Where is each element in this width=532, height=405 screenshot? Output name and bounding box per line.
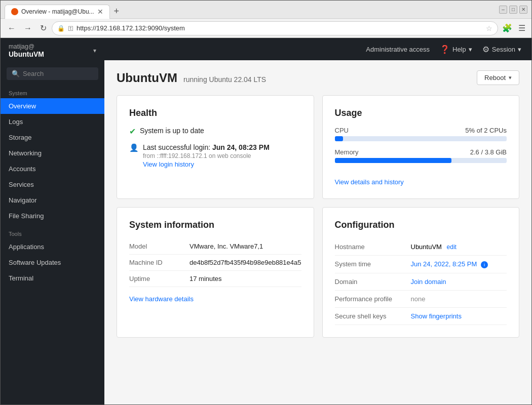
health-login-sub: from ::ffff:192.168.172.1 on web console: [143, 152, 270, 159]
bookmark-button[interactable]: ☆: [486, 24, 492, 32]
admin-access-button[interactable]: Administrative access: [366, 46, 430, 53]
sidebar: matijag@ UbuntuVM ▾ 🔍 Search System Over…: [1, 38, 104, 404]
minimize-button[interactable]: –: [499, 6, 507, 14]
health-login-date: Jun 24, 08:23 PM: [212, 143, 270, 151]
systemtime-label: System time: [335, 256, 411, 273]
view-details-link[interactable]: View details and history: [335, 178, 404, 186]
config-card: Configuration Hostname UbuntuVM edit Sys: [322, 207, 520, 338]
hostname-edit-link[interactable]: edit: [447, 244, 457, 251]
person-icon: 👤: [129, 143, 139, 152]
sidebar-item-overview[interactable]: Overview: [1, 98, 104, 114]
help-dropdown-icon: ▾: [469, 46, 472, 53]
perfprofile-value: none: [411, 290, 507, 307]
sidebar-item-applications[interactable]: Applications: [1, 239, 104, 255]
sidebar-item-services[interactable]: Services: [1, 177, 104, 192]
perfprofile-row: Performance profile none: [335, 290, 507, 307]
back-button[interactable]: ←: [5, 22, 19, 35]
browser-titlebar: Overview - matijag@Ubu... ✕ + – □ ✕: [1, 1, 531, 19]
top-bar: Administrative access ❓ Help ▾ ⚙ Session…: [104, 38, 531, 60]
health-card: Health ✔ System is up to date 👤 Last suc…: [117, 95, 314, 199]
model-value: VMware, Inc. VMware7,1: [189, 238, 301, 255]
show-fingerprints-link[interactable]: Show fingerprints: [411, 312, 462, 320]
search-box[interactable]: 🔍 Search: [7, 67, 98, 80]
config-table: Hostname UbuntuVM edit System time Jun 2…: [335, 238, 507, 325]
help-button[interactable]: ❓ Help ▾: [440, 45, 472, 54]
page-subtitle: running Ubuntu 22.04 LTS: [183, 75, 266, 84]
reboot-label: Reboot: [484, 74, 506, 82]
sidebar-item-software-updates[interactable]: Software Updates: [1, 255, 104, 270]
sidebar-item-networking[interactable]: Networking: [1, 145, 104, 161]
systemtime-link[interactable]: Jun 24, 2022, 8:25 PM: [411, 260, 477, 268]
cpu-label-row: CPU 5% of 2 CPUs: [335, 127, 507, 134]
domain-row: Domain Join domain: [335, 273, 507, 290]
memory-value: 2.6 / 3.8 GiB: [470, 148, 507, 156]
hostname-row: Hostname UbuntuVM edit: [335, 238, 507, 256]
sidebar-item-navigator[interactable]: Navigator: [1, 192, 104, 208]
menu-button[interactable]: ☰: [516, 21, 527, 35]
browser-frame: Overview - matijag@Ubu... ✕ + – □ ✕ ← → …: [0, 0, 532, 405]
address-bar-container[interactable]: 🔒 ⚿ ☆: [52, 21, 498, 35]
extensions-button[interactable]: 🧩: [500, 21, 514, 35]
usage-card-title: Usage: [335, 108, 507, 118]
memory-usage-row: Memory 2.6 / 3.8 GiB: [335, 148, 507, 163]
window-controls: – □ ✕: [499, 6, 527, 14]
memory-label: Memory: [335, 148, 359, 156]
sshkeys-label: Secure shell keys: [335, 307, 411, 325]
uptime-value: 17 minutes: [189, 271, 301, 287]
sysinfo-card-title: System information: [129, 220, 301, 230]
health-uptodate-row: ✔ System is up to date: [129, 127, 301, 136]
active-tab[interactable]: Overview - matijag@Ubu... ✕: [5, 5, 110, 19]
model-row: Model VMware, Inc. VMware7,1: [129, 238, 301, 255]
search-icon: 🔍: [12, 70, 20, 77]
health-uptodate-text: System is up to date: [140, 127, 204, 135]
forward-button[interactable]: →: [21, 22, 35, 35]
sidebar-hostname: UbuntuVM: [9, 50, 44, 58]
session-button[interactable]: ⚙ Session ▾: [482, 45, 521, 54]
cpu-value: 5% of 2 CPUs: [465, 127, 507, 134]
sidebar-item-terminal[interactable]: Terminal: [1, 270, 104, 286]
memory-progress-bg: [335, 158, 507, 163]
maximize-button[interactable]: □: [509, 6, 517, 14]
memory-label-row: Memory 2.6 / 3.8 GiB: [335, 148, 507, 156]
checkmark-icon: ✔: [129, 127, 136, 136]
health-login-text: Last successful login: Jun 24, 08:23 PM: [143, 143, 270, 151]
new-tab-button[interactable]: +: [110, 5, 124, 19]
lock-icon: 🔒: [57, 25, 65, 32]
health-card-title: Health: [129, 108, 301, 118]
join-domain-link[interactable]: Join domain: [411, 278, 446, 286]
systemtime-value: Jun 24, 2022, 8:25 PM i: [411, 256, 507, 273]
cpu-usage-row: CPU 5% of 2 CPUs: [335, 127, 507, 141]
sidebar-user-header[interactable]: matijag@ UbuntuVM ▾: [1, 38, 104, 63]
reboot-button[interactable]: Reboot ▾: [477, 70, 519, 85]
gear-icon: ⚙: [482, 45, 489, 54]
reload-button[interactable]: ↻: [37, 21, 50, 35]
view-hardware-link[interactable]: View hardware details: [129, 295, 194, 303]
config-card-title: Configuration: [335, 220, 507, 230]
address-bar[interactable]: [77, 24, 483, 32]
toolbar-right: 🧩 ☰: [500, 21, 527, 35]
key-icon: ⚿: [68, 25, 73, 31]
help-label: Help: [452, 46, 466, 53]
sidebar-item-accounts[interactable]: Accounts: [1, 161, 104, 177]
sidebar-search-area: 🔍 Search: [1, 63, 104, 84]
model-label: Model: [129, 238, 189, 255]
page-title-row: UbuntuVM running Ubuntu 22.04 LTS: [117, 71, 266, 85]
sidebar-item-logs[interactable]: Logs: [1, 114, 104, 130]
memory-progress-fill: [335, 158, 452, 163]
sidebar-item-filesharing[interactable]: File Sharing: [1, 208, 104, 224]
close-button[interactable]: ✕: [519, 6, 527, 14]
view-login-history-link[interactable]: View login history: [143, 160, 194, 168]
cards-grid: Health ✔ System is up to date 👤 Last suc…: [117, 95, 519, 338]
domain-value: Join domain: [411, 273, 507, 290]
hostname-label: Hostname: [335, 238, 411, 256]
sysinfo-table: Model VMware, Inc. VMware7,1 Machine ID …: [129, 238, 301, 287]
page-main: UbuntuVM running Ubuntu 22.04 LTS Reboot…: [104, 60, 531, 348]
health-login-row: 👤 Last successful login: Jun 24, 08:23 P…: [129, 143, 301, 169]
machineid-label: Machine ID: [129, 255, 189, 271]
main-area: matijag@ UbuntuVM ▾ 🔍 Search System Over…: [1, 38, 531, 404]
sidebar-tools-label: Tools: [1, 224, 104, 239]
info-icon[interactable]: i: [481, 261, 488, 268]
machineid-value: de4b8f52d7fb435f94b98e9eb881e4a5: [189, 255, 301, 271]
tab-close-button[interactable]: ✕: [97, 8, 103, 15]
sidebar-item-storage[interactable]: Storage: [1, 130, 104, 145]
